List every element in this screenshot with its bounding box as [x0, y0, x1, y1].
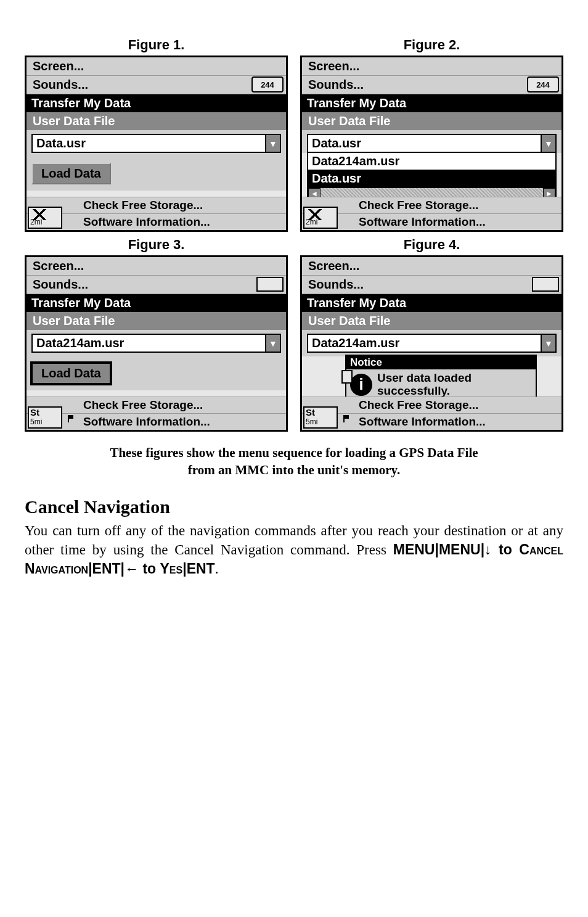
- user-data-file-label: User Data File: [27, 112, 286, 130]
- menu-sounds-label: Sounds...: [33, 278, 88, 291]
- transfer-header: Transfer My Data: [27, 294, 286, 312]
- battery-indicator: 244: [527, 76, 559, 93]
- figure-1-title: Figure 1.: [25, 37, 288, 53]
- device-screen-2: Screen... Sounds... 244 Transfer My Data…: [300, 56, 563, 232]
- notice-message: User data loaded successfully.: [377, 372, 472, 398]
- software-information[interactable]: Software Information...: [27, 213, 286, 230]
- check-free-storage[interactable]: Check Free Storage...: [27, 197, 286, 213]
- file-dropdown-value: Data.usr: [33, 135, 265, 152]
- battery-indicator: [256, 277, 284, 292]
- menu-sounds[interactable]: Sounds... 244: [27, 76, 286, 94]
- scale-value: 2mi: [30, 218, 60, 226]
- software-information[interactable]: Software Information...: [302, 213, 561, 230]
- battery-value: 244: [261, 80, 274, 89]
- battery-indicator: [532, 277, 559, 292]
- dropdown-arrow-icon[interactable]: ▼: [541, 135, 555, 152]
- section-heading: Cancel Navigation: [25, 496, 563, 517]
- file-dropdown[interactable]: Data.usr ▼: [31, 134, 281, 153]
- svg-rect-2: [344, 415, 349, 419]
- check-free-storage[interactable]: Check Free Storage...: [302, 197, 561, 213]
- transfer-header: Transfer My Data: [302, 94, 561, 112]
- check-free-storage[interactable]: Check Free Storage...: [302, 397, 561, 413]
- figure-2-title: Figure 2.: [300, 37, 563, 53]
- figure-4-title: Figure 4.: [300, 237, 563, 253]
- file-dropdown-value: Data214am.usr: [33, 335, 265, 352]
- file-dropdown-value: Data.usr: [308, 135, 541, 152]
- dropdown-arrow-icon[interactable]: ▼: [541, 335, 555, 352]
- scale-value: 5mi: [306, 417, 335, 426]
- menu-sounds-label: Sounds...: [308, 278, 364, 291]
- device-screen-4: Screen... Sounds... Transfer My Data Use…: [300, 255, 563, 432]
- notice-title: Notice: [346, 356, 536, 369]
- body-paragraph: You can turn off any of the navigation c…: [25, 521, 563, 578]
- scale-value: 5mi: [30, 417, 60, 426]
- info-icon: i: [350, 374, 372, 396]
- st-label: St: [306, 407, 335, 417]
- file-dropdown-list[interactable]: Data214am.usr Data.usr ◄ ►: [307, 153, 557, 200]
- software-information[interactable]: Software Information...: [302, 413, 561, 430]
- dropdown-arrow-icon[interactable]: ▼: [265, 335, 280, 352]
- menu-screen[interactable]: Screen...: [27, 57, 286, 76]
- menu-sounds[interactable]: Sounds... 244: [302, 76, 561, 94]
- user-data-file-label: User Data File: [27, 312, 286, 330]
- flag-icon: [67, 414, 77, 424]
- user-data-file-label: User Data File: [302, 112, 561, 130]
- map-scale-box: St 5mi: [303, 406, 338, 429]
- dropdown-arrow-icon[interactable]: ▼: [265, 135, 280, 152]
- figure-caption: These figures show the menu sequence for…: [25, 444, 563, 479]
- menu-sounds[interactable]: Sounds...: [27, 276, 286, 294]
- file-dropdown-value: Data214am.usr: [308, 335, 541, 352]
- file-dropdown[interactable]: Data214am.usr ▼: [31, 334, 281, 353]
- menu-sounds-label: Sounds...: [308, 78, 364, 91]
- transfer-header: Transfer My Data: [302, 294, 561, 312]
- load-data-button[interactable]: Load Data: [31, 363, 111, 384]
- st-label: St: [30, 407, 60, 417]
- check-free-storage[interactable]: Check Free Storage...: [27, 397, 286, 413]
- menu-screen[interactable]: Screen...: [302, 57, 561, 76]
- user-data-file-label: User Data File: [302, 312, 561, 330]
- menu-sounds[interactable]: Sounds...: [302, 276, 561, 294]
- map-scale-box: St 5mi: [28, 406, 62, 429]
- menu-sounds-label: Sounds...: [33, 78, 88, 91]
- map-scale-box: 2mi: [303, 207, 338, 229]
- flag-icon: [343, 414, 353, 424]
- lock-icon: [341, 370, 353, 384]
- svg-rect-0: [68, 415, 73, 419]
- device-screen-3: Screen... Sounds... Transfer My Data Use…: [25, 255, 288, 432]
- menu-screen[interactable]: Screen...: [302, 257, 561, 276]
- load-data-button[interactable]: Load Data: [31, 163, 111, 184]
- file-dropdown[interactable]: Data214am.usr ▼: [307, 334, 557, 353]
- dropdown-option-data214[interactable]: Data214am.usr: [308, 153, 555, 170]
- scale-value: 2mi: [306, 218, 335, 226]
- transfer-header: Transfer My Data: [27, 94, 286, 112]
- file-dropdown[interactable]: Data.usr ▼: [307, 134, 557, 153]
- battery-indicator: 244: [251, 76, 284, 93]
- menu-screen[interactable]: Screen...: [27, 257, 286, 276]
- map-scale-box: 2mi: [28, 207, 62, 229]
- software-information[interactable]: Software Information...: [27, 413, 286, 430]
- dropdown-option-datausr[interactable]: Data.usr: [308, 170, 555, 187]
- notice-dialog: Notice i User data loaded successfully.: [345, 355, 537, 401]
- device-screen-1: Screen... Sounds... 244 Transfer My Data…: [25, 56, 288, 232]
- figure-3-title: Figure 3.: [25, 237, 288, 253]
- battery-value: 244: [536, 80, 550, 89]
